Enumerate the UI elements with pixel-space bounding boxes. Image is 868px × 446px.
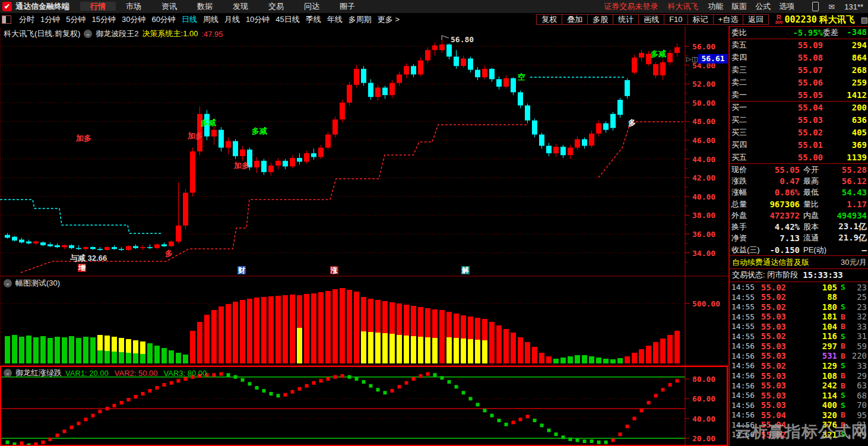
tick-row[interactable]: 14:5555.03 181 B 32	[730, 312, 868, 322]
period-tab-5分钟[interactable]: 5分钟	[63, 15, 88, 24]
toolbar-button-画线[interactable]: 画线	[638, 14, 664, 25]
tick-row[interactable]: 14:5555.02 88 25	[730, 292, 868, 302]
chevron-down-icon[interactable]: ⌄	[4, 369, 12, 377]
buy-level-row[interactable]: 买五55.00 1139	[730, 151, 868, 163]
buy-level-row[interactable]: 买四55.01 369	[730, 138, 868, 151]
promo-label[interactable]: 自动续费通达信普及版	[732, 257, 809, 268]
watermark: 云析赢指标公式网	[735, 421, 868, 442]
svg-text:多: 多	[165, 249, 173, 258]
menu-item-圈子[interactable]: 圈子	[330, 2, 365, 11]
period-tab-10分钟[interactable]: 10分钟	[243, 15, 273, 24]
mobile-app-icon[interactable]	[812, 2, 819, 11]
tick-row[interactable]: 14:5655.02 129 S 33	[730, 361, 868, 371]
sell-level-row[interactable]: 卖一55.05 1412	[730, 88, 868, 101]
toolbar-button-+自选[interactable]: +自选	[713, 14, 744, 25]
period-tab-多周期[interactable]: 多周期	[346, 15, 375, 24]
period-tab-年线[interactable]: 年线	[324, 15, 346, 24]
period-tab-季线[interactable]: 季线	[303, 15, 324, 24]
toolbar-button-统计[interactable]: 统计	[613, 14, 639, 25]
main-candlestick-chart[interactable]: 56.0054.0052.0050.0048.0046.0044.0042.00…	[0, 27, 728, 277]
buy-level-row[interactable]: 买二55.03 636	[730, 114, 868, 126]
pane-icon[interactable]: ◫	[692, 55, 698, 63]
layout-split-icon[interactable]	[2, 15, 11, 24]
tick-row[interactable]: 14:5655.03 400 S 70	[730, 400, 868, 410]
margin-board-flags: R 300	[775, 15, 783, 25]
cursor-price-box: 56.61	[698, 54, 728, 64]
indicator-name[interactable]: 御龙波段王2	[96, 29, 138, 39]
buy-level-row[interactable]: 买一55.04 200	[730, 102, 868, 114]
svg-text:多减: 多减	[252, 126, 267, 135]
toolbar-button-F10[interactable]: F10	[664, 14, 688, 25]
main-chart-title: 科大讯飞(日线.前复权) ⌄ 御龙波段王2 决策系统主:1.00 :47.95	[4, 29, 223, 39]
sell-level-row[interactable]: 卖五55.09 294	[730, 39, 868, 52]
tick-row[interactable]: 14:5655.03 531 B 220	[730, 351, 868, 361]
period-tab-月线[interactable]: 月线	[221, 15, 243, 24]
chevron-down-icon[interactable]: ⌄	[84, 30, 92, 38]
menu-item-问达[interactable]: 问达	[294, 2, 330, 11]
tick-row[interactable]: 14:5655.03 114 S 68	[730, 390, 868, 400]
tick-row[interactable]: 14:5555.02 116 S 31	[730, 331, 868, 341]
menu-item-行情[interactable]: 行情	[80, 2, 116, 11]
toolbar-button-多股[interactable]: 多股	[587, 14, 613, 25]
page-icon[interactable]: ▤	[861, 15, 868, 24]
menu-item-数据[interactable]: 数据	[187, 2, 223, 11]
period-tab-30分钟[interactable]: 30分钟	[119, 15, 148, 24]
period-tab-45日线[interactable]: 45日线	[273, 15, 302, 24]
menu-item-交易[interactable]: 交易	[258, 2, 294, 11]
toolbar-button-复权[interactable]: 复权	[536, 14, 562, 25]
menu-item-选项[interactable]: 选项	[779, 2, 794, 11]
tick-row[interactable]: 14:5655.04 320 B 95	[730, 410, 868, 420]
chevron-down-icon[interactable]: ⌄	[4, 279, 12, 287]
menu-item-公式[interactable]: 公式	[755, 2, 771, 11]
sell-level-row[interactable]: 卖三55.07 268	[730, 64, 868, 77]
volume-panel-title-text[interactable]: 幅图测试(30)	[15, 278, 60, 289]
period-tab-60分钟[interactable]: 60分钟	[148, 15, 178, 24]
oscillator-var-label: VAR3: 80.00	[164, 369, 207, 378]
tick-row[interactable]: 14:5555.02 180 S 23	[730, 302, 868, 312]
period-tab-分时[interactable]: 分时	[16, 15, 37, 24]
tick-trade-list[interactable]: 14:5555.02 105 S 23 14:5555.02 88 25 14:…	[730, 282, 868, 439]
svg-text:多减: 多减	[201, 118, 216, 127]
promo-row[interactable]: 自动续费通达信普及版 30元/月	[730, 256, 868, 269]
tick-row[interactable]: 14:5655.03 108 B 29	[730, 371, 868, 381]
period-tab-日线[interactable]: 日线	[179, 15, 200, 24]
trade-login-status[interactable]: 证券交易未登录	[604, 1, 658, 12]
period-tab-15分钟[interactable]: 15分钟	[88, 15, 118, 24]
period-tab-更多 >[interactable]: 更多 >	[375, 15, 403, 24]
tick-row[interactable]: 14:5655.03 297 B 59	[730, 341, 868, 352]
collapse-arrow-icon[interactable]: ▷	[686, 55, 691, 63]
event-marker-财[interactable]: 财	[237, 266, 246, 274]
menu-item-功能[interactable]: 功能	[708, 2, 723, 11]
info-row: 外盘472372 内盘494934	[730, 210, 868, 221]
volume-indicator-panel[interactable]: 500.00	[0, 276, 728, 366]
oscillator-title-text[interactable]: 御龙红涨绿跌	[15, 368, 62, 378]
chart-title-text: 科大讯飞(日线.前复权)	[4, 29, 80, 39]
svg-text:80.00: 80.00	[692, 375, 715, 384]
menu-item-版面[interactable]: 版面	[731, 2, 747, 11]
hotline-number: 131**	[844, 2, 863, 11]
mail-icon[interactable]: ✉	[828, 2, 835, 11]
svg-text:42.00: 42.00	[692, 173, 715, 182]
event-marker-涨[interactable]: 涨	[330, 266, 338, 274]
tick-row[interactable]: 14:5555.02 105 S 23	[730, 282, 868, 292]
buy-level-row[interactable]: 买三55.02 405	[730, 126, 868, 139]
current-stock-shortcut[interactable]: 科大讯飞	[667, 1, 698, 12]
menu-item-市场[interactable]: 市场	[116, 2, 151, 11]
tick-row[interactable]: 14:5555.03 104 B 33	[730, 322, 868, 332]
system-value: :47.95	[201, 30, 223, 39]
menu-item-发现[interactable]: 发现	[223, 2, 258, 11]
sell-level-row[interactable]: 卖四55.08 864	[730, 52, 868, 64]
sell-level-row[interactable]: 卖二55.06 259	[730, 76, 868, 88]
info-row: 收益(三)-0.150 PE(动)—	[730, 244, 868, 255]
toolbar-button-叠加[interactable]: 叠加	[562, 14, 588, 25]
toolbar-button-返回[interactable]: 返回	[743, 14, 769, 25]
oscillator-vars: VAR1: 20.00VAR2: 50.00VAR3: 80.00	[65, 369, 213, 378]
tick-row[interactable]: 14:5655.03 242 B 63	[730, 381, 868, 391]
period-tab-1分钟[interactable]: 1分钟	[37, 15, 63, 24]
toolbar-button-标记[interactable]: 标记	[688, 14, 714, 25]
menu-item-资讯[interactable]: 资讯	[151, 2, 187, 11]
svg-text:60.00: 60.00	[692, 394, 715, 403]
event-marker-解[interactable]: 解	[461, 266, 470, 274]
event-marker-增[interactable]: 增	[78, 264, 86, 272]
period-tab-周线[interactable]: 周线	[200, 15, 221, 24]
